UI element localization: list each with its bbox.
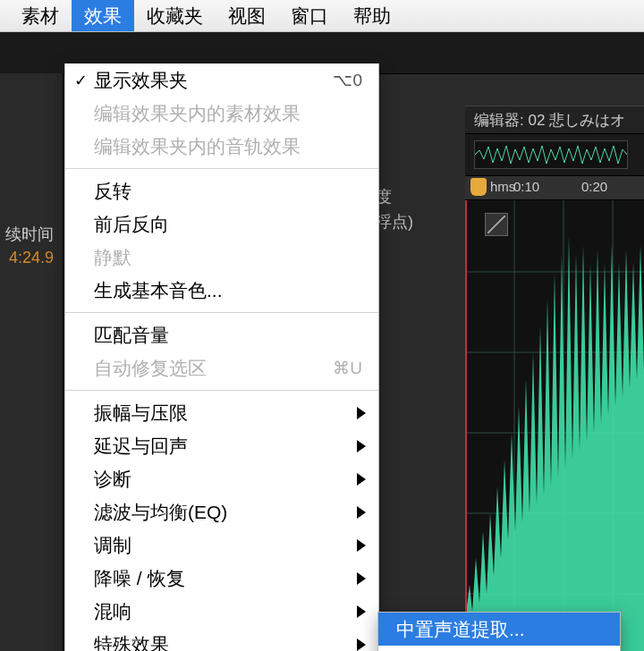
menu-item-match-volume[interactable]: 匹配音量 [65,318,378,351]
ruler-tick-1: 0:10 [513,179,539,194]
menu-item-silence: 静默 [65,241,378,274]
menu-item-invert[interactable]: 反转 [65,174,378,207]
menu-窗口[interactable]: 窗口 [278,0,341,31]
playhead-marker-icon[interactable] [470,178,487,196]
menu-separator [65,312,378,313]
effects-dropdown: 显示效果夹 ⌥0 编辑效果夹内的素材效果 编辑效果夹内的音轨效果 反转 前后反向… [64,63,379,651]
left-panel: 续时间 4:24.9 [0,73,64,651]
menu-item-reverb[interactable]: 混响 [65,595,378,628]
time-ruler[interactable]: hms 0:10 0:20 [465,176,644,200]
waveform-display[interactable] [465,200,644,651]
mid-text-2: 浮点) [376,211,413,232]
menu-item-filter-eq[interactable]: 滤波与均衡(EQ) [65,495,378,528]
menu-item-generate-tone[interactable]: 生成基本音色... [65,274,378,307]
menu-收藏夹[interactable]: 收藏夹 [134,0,216,31]
menu-separator [65,168,378,169]
menu-item-show-effects-rack[interactable]: 显示效果夹 ⌥0 [65,63,378,97]
menu-视图[interactable]: 视图 [216,0,278,31]
svg-rect-0 [475,141,627,168]
ruler-tick-2: 0:20 [581,179,607,194]
duration-label: 续时间 [5,224,54,245]
menu-item-reverse[interactable]: 前后反向 [65,207,378,241]
submenu-graphic-phase-shifter[interactable]: 图示相位变换... [378,646,620,651]
submenu-center-channel-extractor[interactable]: 中置声道提取... [378,613,620,646]
menu-item-noise-reduction[interactable]: 降噪 / 恢复 [65,562,378,595]
menu-item-delay-echo[interactable]: 延迟与回声 [65,429,378,462]
editor-title: 编辑器: 02 悲しみはオ [465,106,644,134]
overview-waveform[interactable] [465,134,644,176]
svg-rect-10 [465,200,467,651]
menu-item-auto-heal: 自动修复选区 ⌘U [65,351,378,385]
menu-separator [65,390,378,391]
menu-item-modulation[interactable]: 调制 [65,528,378,562]
ruler-unit: hms [490,179,515,194]
menu-item-special[interactable]: 特殊效果 [65,628,378,651]
menu-item-edit-clip-effects: 编辑效果夹内的素材效果 [65,97,378,130]
menubar: 素材 效果 收藏夹 视图 窗口 帮助 [0,0,644,32]
menu-素材[interactable]: 素材 [9,0,72,31]
shortcut-label: ⌥0 [333,70,362,90]
menu-帮助[interactable]: 帮助 [341,0,403,31]
workspace: 续时间 4:24.9 度 浮点) 编辑器: 02 悲しみはオ hms 0:10 … [0,32,644,651]
shortcut-label: ⌘U [333,358,362,378]
menu-item-amplitude[interactable]: 振幅与压限 [65,396,378,429]
editor-panel: 编辑器: 02 悲しみはオ hms 0:10 0:20 [465,106,644,651]
menu-效果[interactable]: 效果 [72,0,134,31]
menu-item-diagnostics[interactable]: 诊断 [65,462,378,495]
duration-value: 4:24.9 [9,249,54,267]
menu-item-edit-track-effects: 编辑效果夹内的音轨效果 [65,130,378,163]
stereo-imagery-submenu: 中置声道提取... 图示相位变换... [377,612,621,651]
